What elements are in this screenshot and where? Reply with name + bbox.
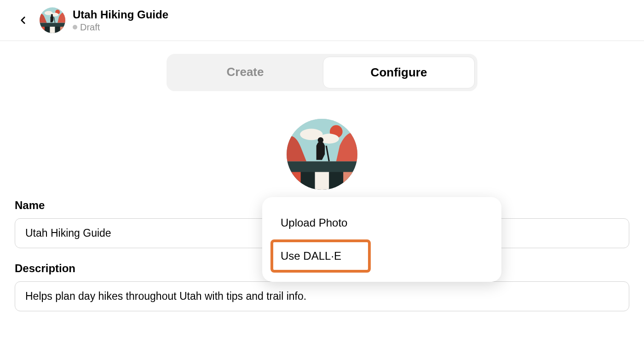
svg-rect-21 bbox=[315, 172, 329, 190]
status-dot-icon bbox=[73, 25, 77, 29]
svg-rect-8 bbox=[45, 27, 50, 33]
tabs-container: Create Configure bbox=[0, 41, 644, 91]
hiker-illustration-icon bbox=[287, 119, 357, 190]
header: Utah Hiking Guide Draft bbox=[0, 0, 644, 41]
svg-rect-23 bbox=[343, 172, 357, 190]
tab-group: Create Configure bbox=[167, 54, 477, 91]
menu-item-use-dalle[interactable]: Use DALL·E bbox=[270, 239, 371, 273]
svg-point-16 bbox=[318, 137, 323, 143]
svg-rect-22 bbox=[329, 172, 343, 190]
description-input[interactable] bbox=[15, 281, 629, 311]
svg-rect-7 bbox=[40, 27, 45, 33]
svg-rect-9 bbox=[50, 27, 55, 33]
avatar-section: Upload Photo Use DALL·E bbox=[15, 119, 629, 190]
main-content: Upload Photo Use DALL·E Name Description bbox=[0, 119, 644, 311]
back-button[interactable] bbox=[14, 11, 32, 29]
svg-rect-20 bbox=[301, 172, 315, 190]
avatar-menu: Upload Photo Use DALL·E bbox=[262, 197, 501, 282]
header-title-block: Utah Hiking Guide Draft bbox=[73, 8, 168, 33]
svg-point-4 bbox=[51, 14, 53, 16]
svg-rect-11 bbox=[60, 27, 65, 33]
svg-rect-10 bbox=[55, 27, 60, 33]
hiker-illustration-icon bbox=[40, 7, 65, 33]
status-label: Draft bbox=[80, 22, 100, 33]
tab-create[interactable]: Create bbox=[169, 57, 321, 88]
chevron-left-icon bbox=[17, 14, 29, 26]
menu-item-upload-photo[interactable]: Upload Photo bbox=[270, 206, 493, 239]
header-avatar bbox=[40, 7, 65, 33]
svg-rect-19 bbox=[287, 172, 301, 190]
page-title: Utah Hiking Guide bbox=[73, 8, 168, 21]
avatar-picker[interactable] bbox=[287, 119, 357, 190]
status-row: Draft bbox=[73, 22, 168, 33]
tab-configure[interactable]: Configure bbox=[323, 57, 475, 88]
